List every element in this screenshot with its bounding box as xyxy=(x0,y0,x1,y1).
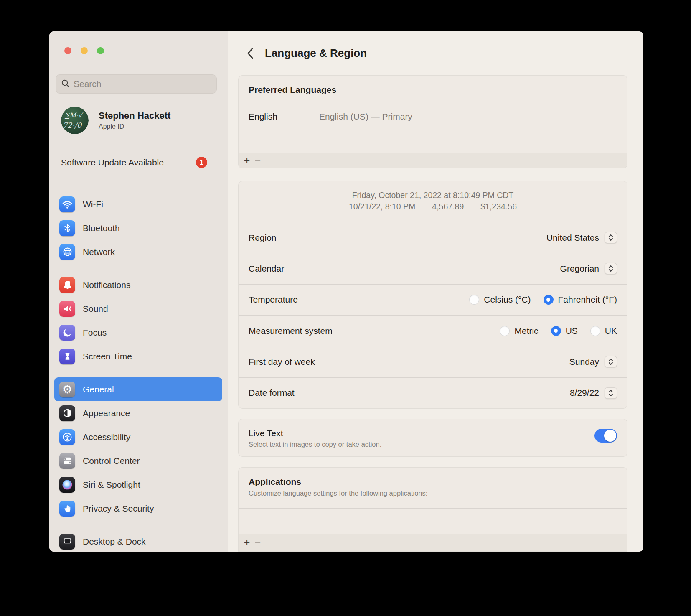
search-field[interactable] xyxy=(56,74,217,94)
first-day-stepper[interactable] xyxy=(605,356,617,367)
preferred-languages-title: Preferred Languages xyxy=(239,76,627,95)
close-button[interactable] xyxy=(64,47,71,54)
nav-group-system: ⚙ General Appearance Acce xyxy=(54,377,222,520)
preview-number: 4,567.89 xyxy=(432,201,464,212)
preferred-languages-card: Preferred Languages English English (US)… xyxy=(238,75,627,168)
apple-id-profile[interactable]: ∑M·√ 72·/0 Stephen Hackett Apple ID xyxy=(61,107,221,134)
sidebar-item-notifications[interactable]: Notifications xyxy=(54,273,222,297)
calendar-row: Calendar Gregorian xyxy=(239,253,627,284)
bluetooth-icon xyxy=(59,220,75,236)
live-text-title: Live Text xyxy=(239,419,627,438)
sidebar-item-label: Notifications xyxy=(83,280,130,290)
search-icon xyxy=(61,79,70,89)
sidebar-item-label: Bluetooth xyxy=(83,223,120,233)
globe-icon xyxy=(59,244,75,260)
sidebar-item-label: Appearance xyxy=(83,408,130,418)
nav-group-alerts: Notifications Sound Focus xyxy=(54,273,222,368)
sidebar-item-label: Focus xyxy=(83,328,107,338)
radio-circle[interactable] xyxy=(469,295,479,305)
sidebar-item-label: Desktop & Dock xyxy=(83,537,146,547)
main-header: Language & Region xyxy=(246,46,367,60)
remove-language-button[interactable]: − xyxy=(252,155,263,166)
sidebar-item-label: Control Center xyxy=(83,456,140,466)
footer-separator xyxy=(267,156,267,165)
date-format-stepper[interactable] xyxy=(605,387,617,399)
zoom-button[interactable] xyxy=(97,47,104,54)
radio-fahrenheit[interactable]: Fahrenheit (°F) xyxy=(544,295,617,305)
accessibility-icon xyxy=(59,429,75,445)
language-detail: English (US) — Primary xyxy=(319,112,412,122)
hourglass-icon xyxy=(59,349,75,364)
radio-circle-selected[interactable] xyxy=(544,295,554,305)
date-format-value: 8/29/22 xyxy=(570,388,599,398)
sidebar-item-focus[interactable]: Focus xyxy=(54,321,222,344)
sidebar-item-network[interactable]: Network xyxy=(54,240,222,264)
back-button[interactable] xyxy=(246,46,254,60)
date-format-row: Date format 8/29/22 xyxy=(239,377,627,408)
radio-circle[interactable] xyxy=(590,326,600,336)
sidebar-nav: Wi-Fi Bluetooth Network xyxy=(54,192,222,552)
sidebar: ∑M·√ 72·/0 Stephen Hackett Apple ID Soft… xyxy=(49,31,228,552)
speaker-icon xyxy=(59,301,75,317)
nav-group-connectivity: Wi-Fi Bluetooth Network xyxy=(54,192,222,264)
sidebar-item-wifi[interactable]: Wi-Fi xyxy=(54,192,222,216)
region-stepper[interactable] xyxy=(605,232,617,243)
avatar: ∑M·√ 72·/0 xyxy=(61,107,89,134)
moon-icon xyxy=(59,325,75,341)
sidebar-item-accessibility[interactable]: Accessibility xyxy=(54,425,222,449)
preview-currency: $1,234.56 xyxy=(480,201,517,212)
sidebar-item-screen-time[interactable]: Screen Time xyxy=(54,344,222,368)
radio-circle[interactable] xyxy=(500,326,510,336)
bell-icon xyxy=(59,277,75,293)
applications-card: Applications Customize language settings… xyxy=(238,467,627,552)
sidebar-item-label: General xyxy=(83,384,114,395)
radio-circle-selected[interactable] xyxy=(551,326,561,336)
sidebar-item-privacy-security[interactable]: Privacy & Security xyxy=(54,496,222,520)
sidebar-item-label: Network xyxy=(83,247,115,257)
sidebar-item-desktop-dock[interactable]: Desktop & Dock xyxy=(54,529,222,552)
siri-icon xyxy=(59,477,75,493)
live-text-toggle[interactable] xyxy=(594,429,617,443)
hand-icon xyxy=(59,501,75,517)
footer-separator xyxy=(267,538,267,547)
region-row: Region United States xyxy=(239,222,627,253)
sidebar-item-bluetooth[interactable]: Bluetooth xyxy=(54,216,222,240)
sidebar-item-label: Sound xyxy=(83,304,108,314)
calendar-stepper[interactable] xyxy=(605,263,617,274)
minimize-button[interactable] xyxy=(81,47,88,54)
radio-uk[interactable]: UK xyxy=(590,326,617,336)
applications-description: Customize language settings for the foll… xyxy=(239,487,627,497)
radio-metric[interactable]: Metric xyxy=(500,326,538,336)
sidebar-item-control-center[interactable]: Control Center xyxy=(54,449,222,473)
region-formats-card: Friday, October 21, 2022 at 8:10:49 PM C… xyxy=(238,181,627,409)
add-application-button[interactable]: + xyxy=(241,537,252,548)
live-text-card: Live Text Select text in images to copy … xyxy=(238,419,627,457)
sidebar-item-appearance[interactable]: Appearance xyxy=(54,401,222,425)
region-value: United States xyxy=(546,233,599,243)
software-update-label: Software Update Available xyxy=(61,158,164,168)
appearance-icon xyxy=(59,405,75,421)
sidebar-item-software-update[interactable]: Software Update Available 1 xyxy=(61,157,207,168)
radio-us[interactable]: US xyxy=(551,326,578,336)
add-language-button[interactable]: + xyxy=(241,155,252,166)
sidebar-item-label: Accessibility xyxy=(83,432,130,442)
profile-subtitle: Apple ID xyxy=(99,123,170,130)
format-preview: Friday, October 21, 2022 at 8:10:49 PM C… xyxy=(239,181,627,222)
sidebar-item-label: Wi-Fi xyxy=(83,199,103,209)
radio-celsius[interactable]: Celsius (°C) xyxy=(469,295,531,305)
applications-title: Applications xyxy=(239,468,627,487)
sidebar-item-label: Siri & Spotlight xyxy=(83,480,140,490)
traffic-lights xyxy=(64,47,104,54)
nav-group-desktop: Desktop & Dock xyxy=(54,529,222,552)
system-settings-window: ∑M·√ 72·/0 Stephen Hackett Apple ID Soft… xyxy=(49,31,643,552)
remove-application-button[interactable]: − xyxy=(252,537,263,548)
preview-datetime-short: 10/21/22, 8:10 PM xyxy=(349,201,415,212)
divider xyxy=(239,508,627,509)
update-count-badge: 1 xyxy=(196,157,207,168)
applications-list-footer: + − xyxy=(239,534,627,551)
sidebar-item-general[interactable]: ⚙ General xyxy=(54,377,222,401)
sidebar-item-siri-spotlight[interactable]: Siri & Spotlight xyxy=(54,473,222,496)
sidebar-item-sound[interactable]: Sound xyxy=(54,297,222,321)
search-input[interactable] xyxy=(74,79,211,89)
screen: ∑M·√ 72·/0 Stephen Hackett Apple ID Soft… xyxy=(0,0,691,616)
